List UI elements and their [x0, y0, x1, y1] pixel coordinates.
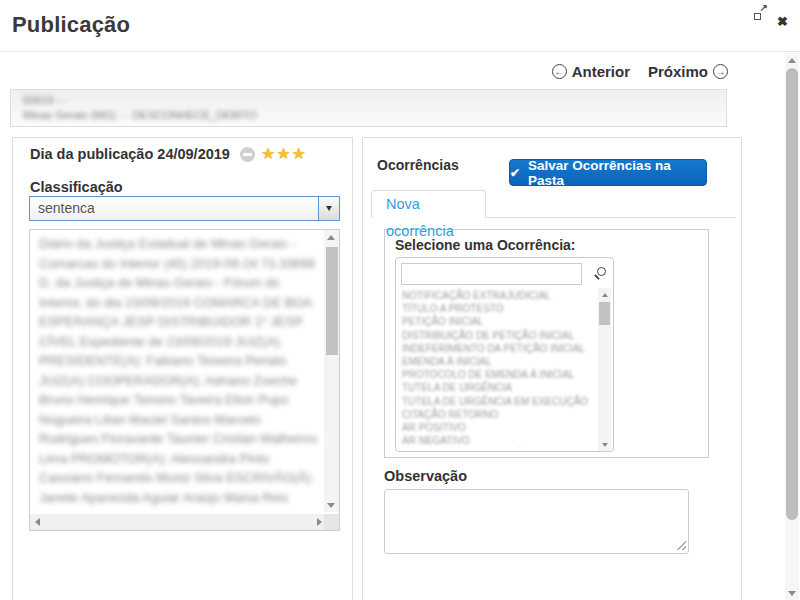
scroll-left-icon[interactable] [30, 515, 44, 529]
search-icon [597, 267, 606, 276]
scroll-up-icon[interactable] [324, 230, 338, 244]
tab-nova-ocorrencia[interactable]: Nova ocorrência [371, 190, 486, 218]
dialog-scrollbar-thumb[interactable] [786, 68, 798, 520]
publication-panel: Dia da publicação 24/09/2019 ★★★ Classif… [12, 137, 353, 600]
publication-horizontal-scrollbar[interactable] [30, 514, 326, 530]
occurrence-list-item[interactable]: DEMONSTRATIVO DE DÉBITO ATUALIZADO [402, 447, 597, 449]
occurrence-list-item[interactable]: INDEFERIMENTO DA PETIÇÃO INICIAL [402, 342, 597, 355]
check-icon: ✔ [510, 166, 520, 180]
occurrence-list-item[interactable]: TUTELA DE URGÊNCIA EM EXECUÇÃO [402, 395, 597, 408]
dialog-header: Publicação ↗ ✖ [0, 0, 800, 52]
publication-text-box: Diário da Justiça Estadual de Minas Gera… [29, 229, 340, 531]
occurrence-list-box: NOTIFICAÇÃO EXTRAJUDICIALTÍTULO A PROTES… [395, 257, 614, 452]
occurrence-list: NOTIFICAÇÃO EXTRAJUDICIALTÍTULO A PROTES… [402, 289, 597, 449]
scroll-up-icon[interactable] [598, 288, 611, 301]
case-info-line2: Minas Gerais (MG) - - DESCONHECE_DEBITO [23, 108, 714, 123]
case-info-line1: 50619 - - [23, 93, 714, 108]
occurrence-select-group: Selecione uma Ocorrência: NOTIFICAÇÃO EX… [384, 229, 709, 458]
occurrence-list-item[interactable]: AR NEGATIVO [402, 434, 597, 447]
publication-date-label: Dia da publicação 24/09/2019 [30, 146, 230, 162]
case-info-bar: 50619 - - Minas Gerais (MG) - - DESCONHE… [10, 89, 727, 127]
occurrence-list-item[interactable]: EMENDA À INICIAL [402, 355, 597, 368]
chevron-down-icon [326, 206, 332, 211]
next-button[interactable]: Próximo → [648, 63, 728, 80]
save-occurrences-button[interactable]: ✔ Salvar Ocorrências na Pasta [509, 159, 707, 186]
scrollbar-corner [324, 514, 339, 530]
occurrence-list-item[interactable]: AR POSITIVO [402, 421, 597, 434]
occurrence-list-item[interactable]: TÍTULO A PROTESTO [402, 302, 597, 315]
next-label: Próximo [648, 63, 708, 80]
occurrence-list-item[interactable]: PETIÇÃO INICIAL [402, 315, 597, 328]
scroll-down-icon[interactable] [324, 498, 338, 512]
occurrence-list-item[interactable]: PROTOCOLO DE EMENDA À INICIAL [402, 368, 597, 381]
arrow-right-icon: → [713, 64, 728, 79]
publication-dialog: Publicação ↗ ✖ ← Anterior Próximo → 5061… [0, 0, 800, 600]
publication-text: Diário da Justiça Estadual de Minas Gera… [39, 234, 321, 512]
scroll-down-icon[interactable] [785, 586, 799, 600]
select-arrow-button[interactable] [318, 197, 339, 220]
observation-label: Observação [384, 468, 467, 484]
scroll-up-icon[interactable] [785, 53, 799, 67]
publication-vertical-scrollbar[interactable] [324, 230, 339, 512]
occurrence-list-item[interactable]: DISTRIBUIÇÃO DE PETIÇÃO INICIAL [402, 329, 597, 342]
save-occurrences-label: Salvar Ocorrências na Pasta [528, 158, 706, 188]
expand-icon-box [754, 13, 761, 20]
pagination-nav: ← Anterior Próximo → [552, 63, 728, 80]
occurrence-list-scrollbar[interactable] [598, 288, 611, 451]
classification-select[interactable]: sentenca [29, 196, 340, 221]
vertical-scrollbar-thumb[interactable] [326, 247, 338, 355]
expand-icon[interactable]: ↗ [754, 8, 766, 20]
occurrences-label: Ocorrências [377, 157, 459, 173]
scroll-down-icon[interactable] [598, 438, 611, 451]
occurrence-list-item[interactable]: TUTELA DE URGÊNCIA [402, 381, 597, 394]
classification-label: Classificação [30, 179, 123, 195]
occurrence-list-item[interactable]: NOTIFICAÇÃO EXTRAJUDICIAL [402, 289, 597, 302]
occurrence-search-input[interactable] [401, 263, 582, 285]
expand-icon-arrow: ↗ [760, 3, 768, 13]
publication-date-value: 24/09/2019 [157, 146, 230, 162]
publication-date-row: Dia da publicação 24/09/2019 ★★★ [30, 146, 307, 162]
occurrence-list-item[interactable]: CITAÇÃO RETORNO [402, 408, 597, 421]
close-icon[interactable]: ✖ [777, 14, 788, 29]
dialog-title: Publicação [12, 12, 130, 38]
previous-label: Anterior [572, 63, 630, 80]
arrow-left-icon: ← [552, 64, 567, 79]
clear-rating-icon[interactable] [240, 147, 255, 162]
rating-stars[interactable]: ★★★ [261, 146, 307, 162]
classification-value: sentenca [30, 197, 318, 220]
previous-button[interactable]: ← Anterior [552, 63, 630, 80]
occurrences-panel: Ocorrências ✔ Salvar Ocorrências na Past… [362, 137, 742, 600]
observation-textarea[interactable] [384, 489, 689, 554]
dialog-scrollbar[interactable] [785, 53, 799, 600]
list-scrollbar-thumb[interactable] [599, 302, 610, 325]
